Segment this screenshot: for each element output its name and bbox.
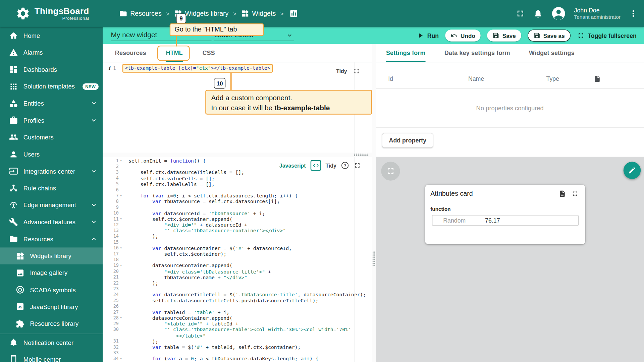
line-gutter: 13▾ [103, 228, 123, 234]
sidebar-item-image-gallery[interactable]: Image gallery [0, 264, 103, 282]
language-label[interactable]: Javascript [279, 162, 306, 168]
user-info[interactable]: John Doe Tenant administrator [574, 7, 621, 20]
line-number: 23 [113, 286, 119, 292]
sidebar-item-profiles[interactable]: Profiles [0, 112, 103, 129]
sidebar-item-home[interactable]: Home [0, 27, 103, 44]
fold-caret-icon[interactable]: ▾ [119, 158, 123, 164]
tab-data-key-settings-form[interactable]: Data key settings form [444, 44, 510, 62]
fold-caret-icon[interactable]: ▾ [119, 216, 123, 222]
js-code-editor[interactable]: 1▾self.onInit = function() {2▾3▾ self.ct… [103, 157, 372, 362]
help-icon[interactable]: ? [341, 161, 349, 169]
sidebar-item-customers[interactable]: Customers [0, 129, 103, 146]
save-button[interactable]: Save [487, 29, 521, 42]
js-editor-actions: Javascript Tidy ? [279, 160, 361, 171]
sidebar-item-label: Integrations center [23, 168, 75, 175]
code-line: 27▾ var tableId = 'table' + i; [103, 309, 372, 315]
fold-caret-icon[interactable]: ▾ [119, 356, 123, 362]
line-number: 31 [113, 339, 119, 344]
build-icon [9, 218, 18, 227]
editor-fullscreen-icon[interactable] [354, 162, 361, 169]
card-fullscreen-icon[interactable] [571, 190, 579, 197]
code-icon [312, 162, 319, 169]
sidebar-item-notification-center[interactable]: Notification center [0, 334, 103, 351]
tab-css[interactable]: CSS [203, 44, 215, 62]
code-text: datasourceContainer.append( [123, 263, 232, 268]
save-as-button[interactable]: Save as [528, 29, 571, 42]
code-line: 14▾ ); [103, 234, 372, 239]
sidebar-item-advanced-features[interactable]: Advanced features [0, 214, 103, 231]
sidebar-item-users[interactable]: Users [0, 146, 103, 163]
preview-fullscreen-button[interactable] [381, 162, 400, 180]
fold-caret-icon[interactable]: ▾ [119, 245, 123, 251]
code-text: ); [123, 234, 158, 239]
editor-fullscreen-icon[interactable] [353, 67, 360, 75]
line-number: 29 [113, 321, 119, 327]
code-text: self.onInit = function() { [123, 158, 206, 164]
tab-widget-settings[interactable]: Widget settings [529, 44, 575, 62]
sidebar-item-resources-library[interactable]: Resources library [0, 315, 103, 332]
sidebar-item-edge-management[interactable]: Edge management [0, 196, 103, 214]
vertical-splitter[interactable] [372, 44, 376, 362]
undo-button[interactable]: Undo [445, 29, 481, 42]
sidebar-item-rule-chains[interactable]: Rule chains [0, 180, 103, 197]
sidebar-item-dashboards[interactable]: Dashboards [0, 61, 103, 78]
chevron-down-icon [90, 167, 98, 175]
sidebar-item-label: Solution templates [23, 83, 75, 90]
notifications-bell-icon[interactable] [533, 9, 543, 18]
tab-resources[interactable]: Resources [115, 44, 146, 62]
code-text: ); [123, 280, 158, 286]
breadcrumb-item-resources[interactable]: Resources [119, 9, 162, 17]
app-fullscreen-icon[interactable] [515, 9, 525, 18]
annotation-info-icon: i [108, 66, 110, 71]
code-text: self.ctx.labelCells = []; [123, 181, 214, 187]
horizontal-splitter[interactable] [103, 153, 372, 157]
code-text: "<div id='" + datasourceId + [123, 222, 247, 228]
add-property-button[interactable]: Add property [382, 133, 433, 148]
toggle-fullscreen-button[interactable]: Toggle fullscreen [577, 32, 637, 39]
sidebar-item-mobile-center[interactable]: Mobile center [0, 351, 103, 362]
tidy-button[interactable]: Tidy [336, 68, 347, 74]
sidebar-item-label: SCADA symbols [30, 286, 75, 293]
sidebar-item-entities[interactable]: Entities [0, 95, 103, 112]
line-number: 33 [113, 350, 119, 356]
sidebar-item-resources[interactable]: Resources [0, 231, 103, 248]
breadcrumb: Resources>Widgets library>Widgets> [103, 8, 299, 19]
beautify-code-button[interactable] [310, 160, 321, 171]
more-menu-icon[interactable] [628, 9, 638, 18]
line-gutter: 2▾ [103, 164, 123, 170]
breadcrumb-widget-icon[interactable] [288, 8, 299, 19]
callout-line-1: Add a custom component. [211, 93, 366, 103]
callout-connector [230, 73, 232, 91]
fold-caret-icon[interactable]: ▾ [119, 193, 123, 199]
run-button[interactable]: Run [417, 32, 439, 39]
fold-caret-icon[interactable]: ▾ [119, 263, 123, 268]
line-number: 6 [116, 187, 119, 193]
file-column-icon [593, 75, 601, 82]
code-line: 6▾ [103, 187, 372, 193]
user-avatar[interactable] [551, 6, 567, 21]
thingsboard-logo[interactable]: ThingsBoard Professional [0, 6, 103, 21]
line-gutter: ▾ [103, 333, 123, 339]
tab-html[interactable]: HTML [166, 44, 183, 62]
sidebar-item-alarms[interactable]: Alarms [0, 44, 103, 61]
code-line: 33▾ [103, 350, 372, 356]
tab-settings-form[interactable]: Settings form [386, 44, 426, 62]
widgets-icon [241, 9, 249, 17]
sidebar-item-solution-templates[interactable]: Solution templatesNEW [0, 78, 103, 95]
sidebar-item-widgets-library[interactable]: Widgets library [0, 247, 103, 264]
code-text: self.ctx.valueCells = []; [123, 176, 214, 181]
sidebar-item-integrations-center[interactable]: Integrations center [0, 163, 103, 180]
tidy-button[interactable]: Tidy [325, 162, 336, 168]
sidebar-item-javascript-library[interactable]: JSJavaScript library [0, 298, 103, 315]
code-text [123, 304, 128, 309]
image-icon [16, 268, 25, 278]
edit-widget-fab[interactable] [624, 162, 641, 179]
breadcrumb-item-widgets[interactable]: Widgets [241, 9, 276, 17]
folder-icon [119, 9, 127, 17]
sidebar-item-scada-symbols[interactable]: SCADA symbols [0, 281, 103, 298]
fold-caret-icon[interactable]: ▾ [119, 315, 123, 321]
code-text: tbDatasource.name + "</div>" [123, 275, 247, 280]
export-data-icon[interactable] [558, 190, 566, 197]
line-number: 10 [113, 210, 119, 216]
code-line: 31▾ ); [103, 339, 372, 344]
